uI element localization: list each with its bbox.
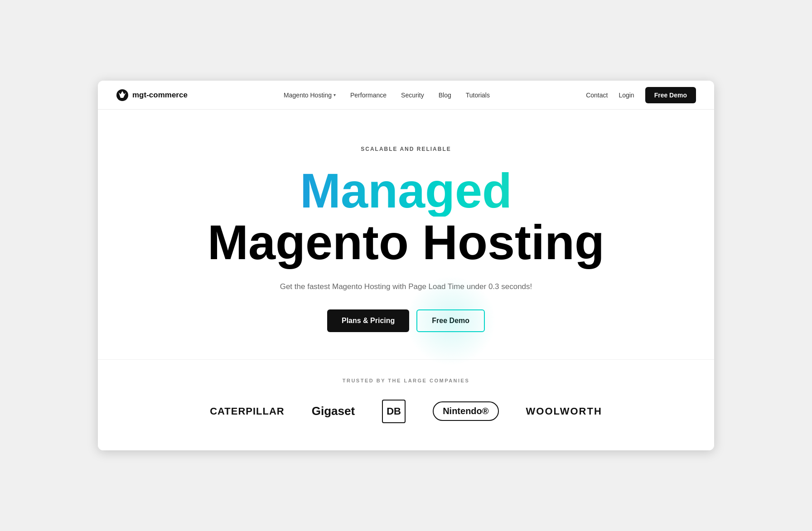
nav-item-security[interactable]: Security: [401, 91, 424, 99]
nav-links: Magento Hosting ▾ Performance Security B…: [284, 91, 490, 99]
nav-contact[interactable]: Contact: [586, 92, 608, 99]
trusted-label: TRUSTED BY THE LARGE COMPANIES: [116, 378, 696, 383]
chevron-down-icon: ▾: [334, 92, 336, 97]
navbar: mgt-commerce Magento Hosting ▾ Performan…: [98, 81, 714, 110]
logo-woolworth: WOOLWORTH: [526, 405, 602, 417]
hero-title: Managed Magento Hosting: [208, 165, 604, 268]
hero-title-magento: Magento Hosting: [208, 217, 604, 268]
hero-section: SCALABLE AND RELIABLE Managed Magento Ho…: [98, 110, 714, 359]
trusted-section: TRUSTED BY THE LARGE COMPANIES CATERPILL…: [98, 359, 714, 450]
hero-buttons: Plans & Pricing Free Demo: [327, 309, 485, 332]
nav-item-blog[interactable]: Blog: [439, 91, 451, 99]
hero-subtitle: Get the fastest Magento Hosting with Pag…: [280, 282, 532, 291]
browser-frame: mgt-commerce Magento Hosting ▾ Performan…: [98, 81, 714, 450]
logo-db: DB: [382, 400, 406, 423]
plans-pricing-button[interactable]: Plans & Pricing: [327, 309, 409, 332]
free-demo-wrapper: Free Demo: [416, 309, 485, 332]
logo-caterpillar: CATERPILLAR: [210, 405, 285, 417]
nav-right: Contact Login Free Demo: [586, 87, 696, 103]
hero-eyebrow: SCALABLE AND RELIABLE: [361, 146, 451, 152]
trusted-logos: CATERPILLAR Gigaset DB Nintendo® WOOLWOR…: [116, 400, 696, 423]
nav-free-demo-button[interactable]: Free Demo: [645, 87, 696, 103]
logo-icon: [116, 89, 129, 101]
logo-nintendo: Nintendo®: [433, 401, 498, 421]
nav-item-performance[interactable]: Performance: [350, 91, 387, 99]
nav-item-tutorials[interactable]: Tutorials: [466, 91, 490, 99]
nav-login[interactable]: Login: [619, 92, 634, 99]
logo[interactable]: mgt-commerce: [116, 89, 188, 101]
free-demo-button[interactable]: Free Demo: [416, 309, 485, 332]
nav-item-hosting[interactable]: Magento Hosting ▾: [284, 92, 336, 99]
hero-title-managed: Managed: [208, 165, 604, 216]
logo-text: mgt-commerce: [132, 91, 188, 100]
logo-gigaset: Gigaset: [312, 404, 355, 418]
